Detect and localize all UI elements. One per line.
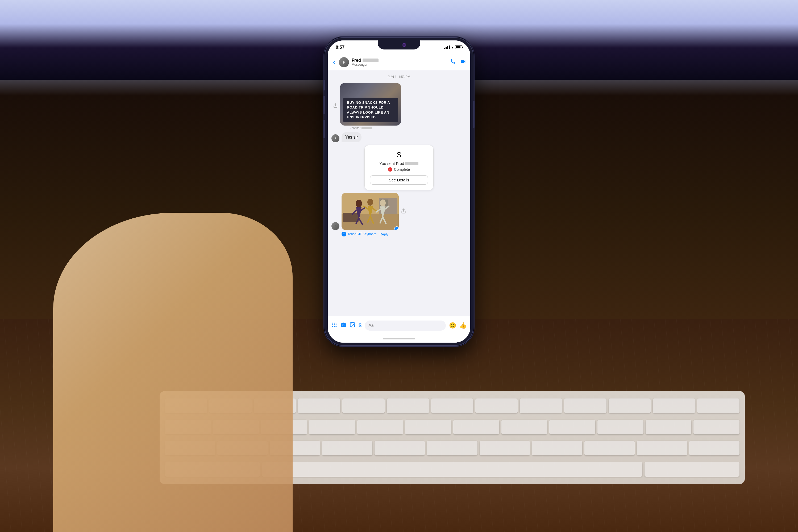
svg-point-15 (380, 200, 386, 206)
svg-point-27 (334, 326, 335, 327)
status-icons: ▾ (444, 45, 462, 50)
contact-subtitle: Messenger (352, 63, 448, 66)
tenor-icon: T (342, 232, 346, 236)
gif-bubble-wrapper: BUYING SNACKS FOR A ROAD TRIP SHOULD ALW… (340, 83, 401, 130)
svg-point-28 (336, 326, 337, 327)
power-button (474, 101, 475, 128)
tenor-source-text: Tenor GIF Keyboard (348, 232, 376, 236)
payment-status: ✓ Complete (370, 167, 428, 172)
bottom-toolbar: $ 🙂 👍 (328, 316, 470, 335)
signal-bar-3 (447, 46, 448, 49)
key (475, 398, 518, 413)
volume-up-button (323, 96, 324, 114)
key (453, 420, 499, 434)
gif-sender-name: Jennifer (350, 126, 360, 130)
status-indicator: ✓ (388, 167, 392, 172)
contact-name: Fred (352, 58, 448, 63)
key (549, 420, 595, 434)
signal-bar-1 (444, 48, 445, 49)
contact-avatar: F (339, 57, 349, 67)
signal-icon (444, 45, 450, 49)
wifi-icon: ▾ (451, 45, 453, 50)
svg-point-30 (343, 324, 344, 326)
home-indicator (328, 335, 470, 343)
key (262, 462, 642, 477)
nav-bar: ‹ F Fred Messenger (328, 54, 470, 70)
tenor-row: T Tenor GIF Keyboard Reply (342, 232, 467, 236)
apps-icon[interactable] (331, 322, 337, 329)
message-input[interactable] (365, 321, 446, 331)
payment-card: $ You sent Fred ✓ Complete See Details (364, 145, 434, 190)
svg-rect-2 (343, 213, 359, 222)
mute-button (323, 80, 324, 91)
reply-button[interactable]: Reply (380, 232, 388, 236)
status-bar: 8:57 ▾ (328, 40, 470, 54)
contact-info: Fred Messenger (352, 58, 448, 66)
key (387, 398, 429, 413)
key (298, 398, 340, 413)
svg-point-5 (356, 200, 362, 207)
volume-down-button (323, 120, 324, 138)
svg-point-22 (336, 322, 337, 323)
key (405, 420, 451, 434)
back-button[interactable]: ‹ (332, 57, 336, 67)
signal-bar-4 (449, 45, 450, 49)
payment-icon[interactable]: $ (359, 322, 361, 328)
user-gif-bubble[interactable]: + (342, 193, 399, 230)
payment-dollar-sign: $ (370, 151, 428, 159)
payment-status-text: Complete (394, 167, 410, 172)
payment-desc-text: You sent Fred (380, 161, 404, 166)
key (357, 420, 403, 434)
key (694, 420, 740, 434)
see-details-button[interactable]: See Details (370, 175, 428, 185)
thumbs-up-icon[interactable]: 👍 (459, 322, 467, 329)
photos-icon[interactable] (349, 322, 355, 329)
svg-point-24 (334, 324, 335, 325)
notch (378, 40, 420, 50)
gif-animation (342, 193, 399, 230)
contact-name-text: Fred (352, 58, 361, 63)
gif-share-icon[interactable] (401, 208, 406, 215)
key (520, 398, 562, 413)
gif-wrapper: + (342, 193, 399, 230)
gif-bubble[interactable]: BUYING SNACKS FOR A ROAD TRIP SHOULD ALW… (340, 83, 401, 126)
emoji-icon[interactable]: 🙂 (449, 322, 456, 329)
sender-avatar: F (331, 134, 339, 142)
gif-sender-label: Jennifer (350, 126, 401, 130)
battery-icon (455, 45, 462, 49)
key (645, 462, 740, 477)
key (342, 398, 385, 413)
svg-point-20 (332, 322, 333, 323)
svg-point-10 (367, 199, 373, 206)
status-time: 8:57 (336, 45, 344, 50)
text-message-yes-sir: F Yes sir (331, 132, 467, 142)
reaction-emoji: + (394, 226, 399, 230)
camera-icon[interactable] (341, 322, 346, 329)
key (609, 398, 651, 413)
key (653, 398, 695, 413)
key (597, 420, 643, 434)
sender-name-redacted (361, 127, 372, 129)
key (637, 441, 687, 455)
key (584, 441, 635, 455)
nav-actions (450, 58, 466, 66)
message-bubble: Yes sir (342, 132, 361, 142)
hand (53, 213, 292, 532)
tenor-label: T Tenor GIF Keyboard (342, 232, 376, 236)
gif-message: BUYING SNACKS FOR A ROAD TRIP SHOULD ALW… (331, 83, 467, 130)
user-gif-message: F (331, 193, 467, 230)
phone-screen: 8:57 ▾ ‹ F (328, 40, 470, 343)
svg-point-26 (332, 326, 333, 327)
battery-fill (456, 46, 460, 49)
messages-area[interactable]: JUN 1, 1:53 PM BUYING SNACKS FOR A ROAD … (328, 70, 470, 316)
phone: 8:57 ▾ ‹ F (324, 37, 474, 346)
payment-description: You sent Fred (370, 161, 428, 166)
contact-name-redacted (363, 58, 379, 62)
home-bar (383, 338, 415, 339)
svg-point-23 (332, 324, 333, 325)
phone-call-icon[interactable] (450, 58, 456, 66)
video-call-icon[interactable] (460, 58, 466, 66)
share-icon[interactable] (333, 103, 338, 109)
recipient-name-redacted (405, 162, 418, 165)
key (480, 441, 530, 455)
